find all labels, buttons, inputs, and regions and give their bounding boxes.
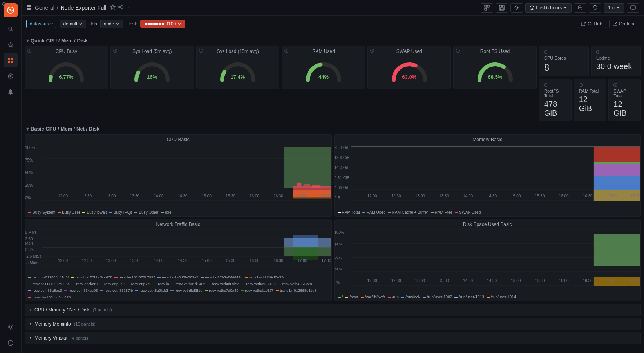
quick-stats-row: ⓘ CPU Busy 6.77% ⓘ Sys Lo — [25, 46, 641, 121]
datasource-label: datasource — [26, 20, 56, 28]
cpu-memory-title: CPU / Memory / Net / Disk — [34, 307, 90, 313]
cpu-memory-chevron: › — [30, 307, 31, 313]
network-y-axis: 5 Mb/s 2.50 Mb/s 0 b/s -2.5 Mb/s -5 Mb/s — [25, 229, 42, 266]
ram-total-panel: ⓘ RAM Total 12 GiB — [574, 79, 606, 121]
rootfs-used-title: Root FS Used — [476, 46, 514, 55]
cpu-basic-title: CPU Basic — [25, 135, 331, 145]
breadcrumb-general[interactable]: General — [35, 5, 54, 11]
svg-rect-10 — [10, 94, 11, 95]
panel-info-icon-8[interactable]: ⓘ — [596, 49, 636, 55]
panel-info-icon-10[interactable]: ⓘ — [579, 82, 601, 88]
basic-section-header[interactable]: ▾ Basic CPU / Mem / Net / Disk — [25, 124, 641, 134]
cpu-memory-collapsed[interactable]: › CPU / Memory / Net / Disk (7 panels) — [25, 304, 641, 316]
memory-meminfo-collapsed[interactable]: › Memory Meminfo (15 panels) — [25, 318, 641, 330]
settings-button[interactable] — [510, 3, 523, 13]
network-chart-area: 5 Mb/s 2.50 Mb/s 0 b/s -2.5 Mb/s -5 Mb/s — [25, 229, 331, 273]
cpu-cores-title: CPU Cores — [544, 56, 584, 60]
grid-icon — [26, 5, 33, 11]
swap-used-panel: ⓘ SWAP Used 63.0% — [367, 46, 451, 89]
add-panel-button[interactable] — [481, 3, 493, 13]
refresh-interval-button[interactable]: 1m — [604, 3, 624, 13]
topbar: General / Node Exporter Full › — [22, 0, 644, 16]
svg-text:63.0%: 63.0% — [402, 74, 416, 80]
sidebar-item-alerting[interactable] — [4, 85, 18, 99]
network-legend: recv br-012668c41d8f recv br-153bbc5cc67… — [25, 273, 331, 301]
memory-chart-inner: 12:00 12:30 13:00 13:30 14:00 14:30 15:0… — [351, 145, 641, 201]
gauge-svg-cpu: 6.77% — [47, 58, 86, 82]
ram-used-panel: ⓘ RAM Used 44% — [282, 46, 365, 89]
sidebar-item-explore[interactable] — [4, 69, 18, 83]
disk-panel: ⓘ Disk Space Used Basic 100% 75% 50% 25%… — [334, 219, 641, 301]
legend-busy-other: Busy Other — [134, 210, 158, 215]
swap-total-panel: ⓘ SWAP Total 12 GiB — [608, 79, 641, 121]
network-x-axis: 12:00 12:30 13:00 13:30 14:00 14:30 15:0… — [58, 258, 331, 266]
refresh-button[interactable] — [589, 3, 601, 13]
memory-legend: RAM Total RAM Used RAM Cache + Buffer RA… — [335, 209, 641, 216]
svg-line-21 — [120, 6, 122, 7]
panel-info-icon-3[interactable]: ⓘ — [199, 48, 203, 54]
disk-title: Disk Space Used Basic — [335, 219, 641, 229]
nav-arrow[interactable]: › — [127, 5, 129, 11]
quick-section-header[interactable]: ▾ Quick CPU / Mem / Disk — [25, 35, 641, 46]
panel-info-icon-11[interactable]: ⓘ — [613, 82, 636, 88]
chevron-down-icon-4 — [116, 22, 119, 26]
time-range-button[interactable]: Last 6 hours — [525, 3, 572, 13]
svg-text:6.77%: 6.77% — [59, 74, 74, 80]
rootfs-total-title: RootFS Total — [544, 89, 566, 98]
chevron-down-icon-2 — [616, 6, 620, 10]
panel-info-icon-2[interactable]: ⓘ — [113, 48, 117, 54]
panel-info-icon-7[interactable]: ⓘ — [544, 49, 584, 55]
svg-point-18 — [122, 5, 123, 6]
sys-load-15m-title: Sys Load (15m avg) — [213, 46, 262, 55]
save-button[interactable] — [496, 3, 508, 13]
breadcrumb-dashboard[interactable]: Node Exporter Full — [61, 5, 107, 11]
grafana-link[interactable]: Grafana — [609, 20, 639, 28]
sidebar-item-starred[interactable] — [4, 38, 18, 52]
sidebar-item-search[interactable] — [4, 22, 18, 36]
stat-row-1: ⓘ CPU Cores 8 ⓘ Uptime 30.0 week — [539, 46, 641, 76]
legend-ram-free: RAM Free — [431, 210, 453, 215]
panel-info-icon-5[interactable]: ⓘ — [370, 48, 374, 54]
gauge-svg-sysload15: 17.4% — [218, 58, 257, 82]
job-value: node — [104, 21, 114, 27]
panel-info-icon-4[interactable]: ⓘ — [284, 48, 288, 54]
panel-info-icon-6[interactable]: ⓘ — [456, 48, 460, 54]
rootfs-total-value: 478 GiB — [544, 100, 566, 118]
ram-used-title: RAM Used — [308, 46, 339, 55]
sidebar-item-shield[interactable] — [4, 336, 18, 350]
svg-rect-4 — [8, 58, 10, 60]
memory-chart-svg — [351, 145, 641, 201]
share-icon[interactable] — [118, 4, 123, 11]
star-icon[interactable] — [110, 4, 116, 11]
svg-rect-36 — [631, 6, 635, 9]
svg-line-2 — [11, 30, 13, 31]
ram-used-gauge: 44% — [301, 55, 346, 89]
svg-rect-65 — [593, 164, 640, 176]
host-select[interactable]: ■■■■■■■:9100 — [140, 20, 185, 28]
zoom-out-button[interactable] — [574, 3, 586, 13]
svg-rect-53 — [297, 183, 302, 186]
refresh-interval-label: 1m — [608, 5, 615, 11]
svg-text:44%: 44% — [318, 74, 329, 80]
datasource-select[interactable]: default — [60, 20, 86, 28]
sys-load-5m-gauge: 16% — [129, 55, 175, 89]
panel-info-icon-9[interactable]: ⓘ — [544, 82, 566, 88]
panel-info-icon[interactable]: ⓘ — [27, 48, 31, 54]
network-disk-row: ⓘ Network Traffic Basic 5 Mb/s 2.50 Mb/s… — [25, 219, 641, 301]
tv-icon — [630, 5, 636, 11]
legend-busy-system: Busy System — [28, 210, 55, 215]
memory-vmstat-collapsed[interactable]: › Memory Vmstat (4 panels) — [25, 332, 641, 344]
sidebar-item-dashboards[interactable] — [4, 53, 18, 67]
host-value: ■■■■■■■:9100 — [144, 21, 176, 27]
github-link[interactable]: GitHub — [578, 20, 606, 28]
tv-mode-button[interactable] — [627, 3, 639, 13]
legend-ram-used: RAM Used — [362, 210, 385, 215]
job-select[interactable]: node — [100, 20, 123, 28]
cpu-basic-panel: ⓘ CPU Basic 100% 75% 50% 25% 0% — [25, 134, 332, 217]
time-range-label: Last 6 hours — [536, 5, 562, 11]
cpu-memory-row: ⓘ CPU Basic 100% 75% 50% 25% 0% — [25, 134, 641, 217]
svg-rect-75 — [293, 235, 318, 247]
sidebar-item-admin[interactable] — [4, 320, 18, 334]
cpu-legend: Busy System Busy User Busy Iowait Busy I… — [25, 209, 331, 216]
svg-rect-25 — [485, 8, 487, 10]
